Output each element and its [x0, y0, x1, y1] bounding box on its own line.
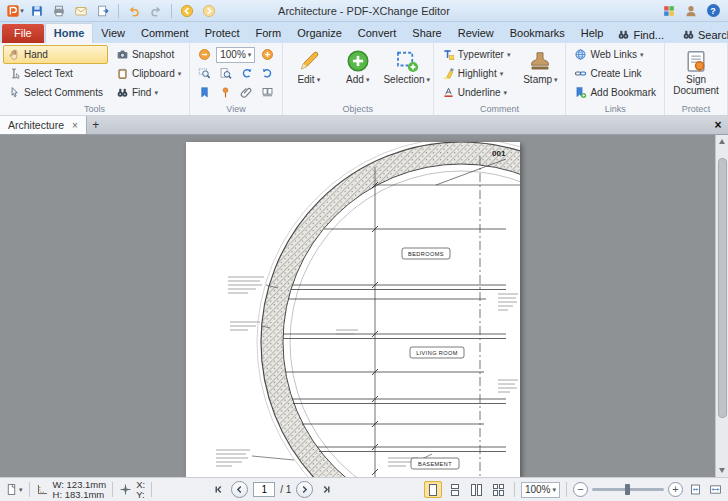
- tab-form[interactable]: Form: [248, 24, 290, 43]
- edit-objects-button[interactable]: Edit▾: [286, 45, 332, 103]
- zoom-slider[interactable]: [592, 488, 664, 491]
- ribbon-group-links: Web Links ▾ Create Link Add Bookmark Lin…: [566, 43, 665, 115]
- annotations-pane-button[interactable]: [216, 84, 234, 101]
- add-objects-button[interactable]: Add▾: [335, 45, 381, 103]
- thumbnails-pane-button[interactable]: [258, 84, 276, 101]
- ribbon-group-comment: Typewriter ▾ Highlight ▾ Underline ▾ Sta…: [434, 43, 567, 115]
- document-view-area[interactable]: 001: [0, 135, 728, 477]
- select-text-button[interactable]: Select Text: [3, 64, 108, 83]
- status-zoom-out-button[interactable]: −: [573, 482, 588, 497]
- scrollbar-track[interactable]: [718, 148, 727, 464]
- clipboard-button[interactable]: Clipboard ▾: [111, 64, 186, 83]
- zoom-slider-handle[interactable]: [625, 484, 630, 495]
- find-button[interactable]: Find...: [611, 28, 670, 43]
- tab-file[interactable]: File: [2, 24, 44, 43]
- save-button[interactable]: [27, 2, 47, 20]
- select-comments-label: Select Comments: [24, 87, 103, 98]
- underline-button[interactable]: Underline ▾: [437, 83, 516, 102]
- customize-ui-button[interactable]: [659, 2, 679, 20]
- status-zoom-in-button[interactable]: +: [668, 482, 683, 497]
- layout-continuous-button[interactable]: [446, 481, 464, 498]
- tab-review[interactable]: Review: [450, 24, 502, 43]
- vertical-scrollbar[interactable]: [715, 135, 728, 477]
- scroll-up-button[interactable]: [716, 135, 728, 148]
- print-button[interactable]: [49, 2, 69, 20]
- snapshot-button[interactable]: Snapshot: [111, 45, 186, 64]
- tab-bookmarks[interactable]: Bookmarks: [502, 24, 573, 43]
- page-count-label: / 1: [280, 484, 291, 495]
- selection-caret: ▾: [427, 76, 431, 83]
- app-menu-button[interactable]: ▾: [5, 2, 25, 20]
- layout-facing-button[interactable]: [468, 481, 486, 498]
- user-profile-icon: [684, 4, 698, 18]
- redo-button[interactable]: [146, 2, 166, 20]
- export-button[interactable]: [93, 2, 113, 20]
- create-link-button[interactable]: Create Link: [569, 64, 661, 83]
- stamp-button[interactable]: Stamp▾: [518, 45, 562, 103]
- snapshot-label: Snapshot: [132, 49, 174, 60]
- tab-view[interactable]: View: [93, 24, 133, 43]
- previous-view-button[interactable]: [177, 2, 197, 20]
- scrollbar-thumb[interactable]: [718, 158, 727, 418]
- next-view-icon: [202, 4, 216, 18]
- close-document-button[interactable]: ×: [708, 116, 728, 134]
- marquee-zoom-button[interactable]: [195, 65, 213, 82]
- web-links-button[interactable]: Web Links ▾: [569, 45, 661, 64]
- zoom-in-button[interactable]: [258, 46, 276, 63]
- tab-organize[interactable]: Organize: [289, 24, 350, 43]
- tab-comment[interactable]: Comment: [133, 24, 197, 43]
- help-button[interactable]: ?: [703, 2, 723, 20]
- status-zoom-combo[interactable]: 100% ▾: [521, 482, 560, 498]
- sign-document-button[interactable]: Sign Document: [668, 45, 724, 103]
- tab-help[interactable]: Help: [573, 24, 612, 43]
- dimensions-icon: [36, 483, 49, 496]
- pdf-page[interactable]: 001: [186, 142, 520, 477]
- create-link-label: Create Link: [590, 68, 641, 79]
- profile-button[interactable]: [681, 2, 701, 20]
- hand-tool-button[interactable]: Hand: [3, 45, 108, 64]
- underline-icon: [442, 86, 455, 99]
- tab-home[interactable]: Home: [45, 23, 94, 44]
- attachments-pane-button[interactable]: [237, 84, 255, 101]
- tab-share[interactable]: Share: [404, 24, 449, 43]
- email-button[interactable]: [71, 2, 91, 20]
- edit-objects-label: Edit: [297, 74, 314, 85]
- tab-protect[interactable]: Protect: [197, 24, 248, 43]
- find-tool-button[interactable]: Find ▾: [111, 83, 186, 102]
- dimension-line: [372, 167, 378, 477]
- add-bookmark-button[interactable]: Add Bookmark: [569, 83, 661, 102]
- previous-page-button[interactable]: [231, 481, 248, 498]
- next-view-button[interactable]: [199, 2, 219, 20]
- last-page-button[interactable]: [318, 482, 334, 498]
- next-page-button[interactable]: [296, 481, 313, 498]
- help-icon: ?: [707, 4, 720, 17]
- scroll-down-button[interactable]: [716, 464, 728, 477]
- rotate-cw-button[interactable]: [258, 65, 276, 82]
- document-tab-close-icon[interactable]: ×: [72, 120, 78, 131]
- selection-button[interactable]: Selection▾: [384, 45, 430, 103]
- page-number-input[interactable]: [253, 482, 275, 497]
- rotate-ccw-button[interactable]: [237, 65, 255, 82]
- cursor-x-readout: X:: [136, 480, 145, 490]
- document-tab-architecture[interactable]: Architecture ×: [0, 116, 87, 134]
- typewriter-button[interactable]: Typewriter ▾: [437, 45, 516, 64]
- room-label-bedrooms: BEDROOMS: [408, 251, 444, 257]
- search-button[interactable]: Search...: [676, 28, 728, 43]
- undo-button[interactable]: [124, 2, 144, 20]
- page-options-button[interactable]: ▾: [5, 483, 23, 496]
- layout-facing-continuous-button[interactable]: [490, 481, 508, 498]
- ribbon-zoom-caret: ▾: [248, 51, 252, 58]
- fit-width-button[interactable]: [707, 482, 723, 498]
- fit-page-button[interactable]: [687, 482, 703, 498]
- bookmarks-pane-button[interactable]: [195, 84, 213, 101]
- tab-convert[interactable]: Convert: [350, 24, 405, 43]
- select-comments-button[interactable]: Select Comments: [3, 83, 108, 102]
- new-document-tab-button[interactable]: +: [87, 116, 105, 134]
- highlight-button[interactable]: Highlight ▾: [437, 64, 516, 83]
- zoom-out-button[interactable]: [195, 46, 213, 63]
- layout-single-button[interactable]: [424, 481, 442, 498]
- loupe-button[interactable]: [216, 65, 234, 82]
- first-page-icon: [212, 483, 225, 496]
- first-page-button[interactable]: [210, 482, 226, 498]
- ribbon-zoom-combo[interactable]: 100% ▾: [216, 47, 255, 63]
